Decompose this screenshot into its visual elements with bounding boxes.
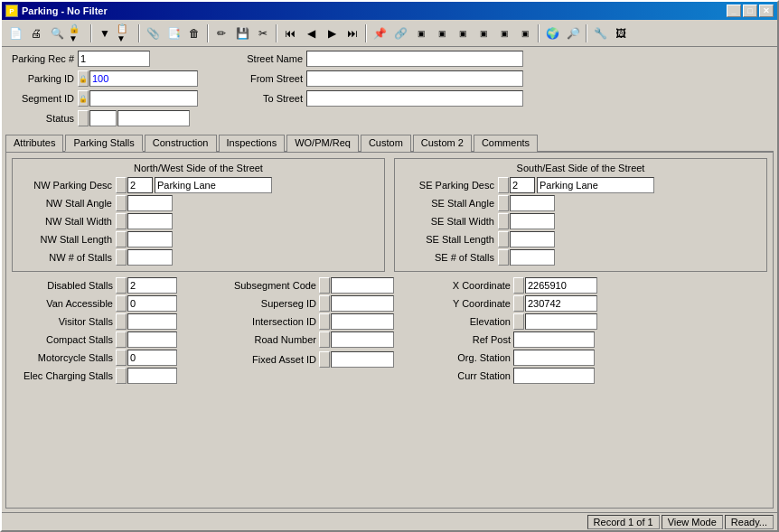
tab-comments[interactable]: Comments <box>474 135 538 152</box>
nw-desc-code[interactable] <box>127 177 153 193</box>
subsegment-input[interactable] <box>331 277 394 294</box>
street-name-input[interactable] <box>306 51 523 67</box>
road-lock[interactable] <box>319 331 330 348</box>
tb-image[interactable]: 🖼 <box>611 23 631 43</box>
tb-next[interactable]: ▶ <box>322 23 342 43</box>
subsegment-lock[interactable] <box>319 277 330 294</box>
se-length-lock[interactable] <box>498 231 509 247</box>
tb-last[interactable]: ⏭ <box>343 23 362 43</box>
tb-grid1[interactable]: ▣ <box>411 23 431 43</box>
parking-id-input[interactable] <box>89 70 198 87</box>
se-width-lock[interactable] <box>498 213 509 229</box>
se-desc-lock[interactable] <box>498 177 509 193</box>
elec-lock[interactable] <box>116 368 127 384</box>
tb-copy[interactable]: 📋▼ <box>116 23 136 43</box>
tb-delete[interactable]: 🗑 <box>184 23 204 43</box>
tb-grid4[interactable]: ▣ <box>474 23 493 43</box>
nw-stall-width-input[interactable] <box>127 213 173 229</box>
x-coord-lock[interactable] <box>513 277 524 294</box>
tb-print[interactable]: 🖨 <box>26 23 46 43</box>
elevation-input[interactable] <box>525 313 597 330</box>
ref-post-input[interactable] <box>513 331 595 348</box>
nw-stall-length-input[interactable] <box>127 231 173 247</box>
compact-lock[interactable] <box>116 331 127 348</box>
tb-grid6[interactable]: ▣ <box>515 23 535 43</box>
elec-charging-input[interactable] <box>127 368 177 384</box>
intersection-lock[interactable] <box>319 313 330 330</box>
tab-custom2[interactable]: Custom 2 <box>413 135 472 152</box>
minimize-button[interactable]: _ <box>727 5 741 17</box>
se-stall-length-input[interactable] <box>510 231 555 247</box>
tb-filter[interactable]: ▼ <box>95 23 115 43</box>
tb-find[interactable]: 🔍 <box>47 23 67 43</box>
tb-attach[interactable]: 📎 <box>143 23 163 43</box>
se-angle-lock[interactable] <box>498 195 509 211</box>
elevation-lock[interactable] <box>513 313 524 330</box>
tb-map[interactable]: 🌍 <box>542 23 562 43</box>
superseg-input[interactable] <box>331 295 394 312</box>
se-num-stalls-input[interactable] <box>510 249 555 266</box>
curr-station-input[interactable] <box>513 368 595 384</box>
x-coord-input[interactable] <box>525 277 597 294</box>
tb-pin[interactable]: 📌 <box>370 23 390 43</box>
segment-id-input[interactable] <box>89 90 198 107</box>
parking-rec-input[interactable] <box>78 51 150 67</box>
tab-parking-stalls[interactable]: Parking Stalls <box>65 135 142 152</box>
superseg-lock[interactable] <box>319 295 330 312</box>
nw-num-stalls-input[interactable] <box>127 249 173 266</box>
tb-cut[interactable]: ✂ <box>253 23 273 43</box>
tb-link[interactable]: 🔗 <box>390 23 410 43</box>
tb-prev[interactable]: ◀ <box>301 23 321 43</box>
nw-desc-value[interactable] <box>155 177 272 193</box>
tb-first[interactable]: ⏮ <box>280 23 300 43</box>
nw-num-lock[interactable] <box>116 249 127 266</box>
fixed-asset-input[interactable] <box>331 351 394 368</box>
tab-inspections[interactable]: Inspections <box>219 135 286 152</box>
intersection-input[interactable] <box>331 313 394 330</box>
road-number-input[interactable] <box>331 331 394 348</box>
se-num-lock[interactable] <box>498 249 509 266</box>
van-accessible-input[interactable] <box>127 295 177 312</box>
tb-settings[interactable]: 🔧 <box>590 23 610 43</box>
se-desc-value[interactable] <box>537 177 654 193</box>
tb-lock[interactable]: 🔒▼ <box>68 23 88 43</box>
tab-wo-pm-req[interactable]: WO/PM/Req <box>286 135 359 152</box>
se-desc-code[interactable] <box>510 177 535 193</box>
org-station-input[interactable] <box>513 350 595 366</box>
van-lock[interactable] <box>116 295 127 312</box>
close-button[interactable]: ✕ <box>759 5 774 17</box>
y-coord-lock[interactable] <box>513 295 524 312</box>
nw-desc-lock[interactable] <box>116 177 127 193</box>
tb-doc[interactable]: 📑 <box>164 23 183 43</box>
from-street-input[interactable] <box>306 70 523 87</box>
compact-stalls-input[interactable] <box>127 331 177 348</box>
disabled-lock[interactable] <box>116 277 127 294</box>
tb-zoom[interactable]: 🔎 <box>563 23 583 43</box>
segment-id-lock[interactable]: 🔒 <box>78 90 89 107</box>
y-coord-input[interactable] <box>525 295 597 312</box>
tab-attributes[interactable]: Attributes <box>5 135 63 152</box>
to-street-input[interactable] <box>306 90 523 107</box>
se-stall-width-input[interactable] <box>510 213 555 229</box>
nw-width-lock[interactable] <box>116 213 127 229</box>
tb-new[interactable]: 📄 <box>5 23 25 43</box>
fixed-asset-lock[interactable] <box>319 351 330 368</box>
tab-construction[interactable]: Construction <box>145 135 217 152</box>
parking-id-lock[interactable]: 🔒 <box>78 70 89 87</box>
motorcycle-lock[interactable] <box>116 350 127 366</box>
nw-angle-lock[interactable] <box>116 195 127 211</box>
tb-grid3[interactable]: ▣ <box>453 23 473 43</box>
status-lock[interactable] <box>78 110 89 126</box>
disabled-stalls-input[interactable] <box>127 277 177 294</box>
maximize-button[interactable]: □ <box>743 5 757 17</box>
status-desc-input[interactable] <box>117 110 190 126</box>
tab-custom[interactable]: Custom <box>361 135 411 152</box>
visitor-lock[interactable] <box>116 313 127 330</box>
nw-length-lock[interactable] <box>116 231 127 247</box>
nw-stall-angle-input[interactable] <box>127 195 173 211</box>
visitor-stalls-input[interactable] <box>127 313 177 330</box>
tb-save[interactable]: 💾 <box>232 23 252 43</box>
tb-grid2[interactable]: ▣ <box>432 23 452 43</box>
tb-edit[interactable]: ✏ <box>211 23 231 43</box>
motorcycle-stalls-input[interactable] <box>127 350 177 366</box>
